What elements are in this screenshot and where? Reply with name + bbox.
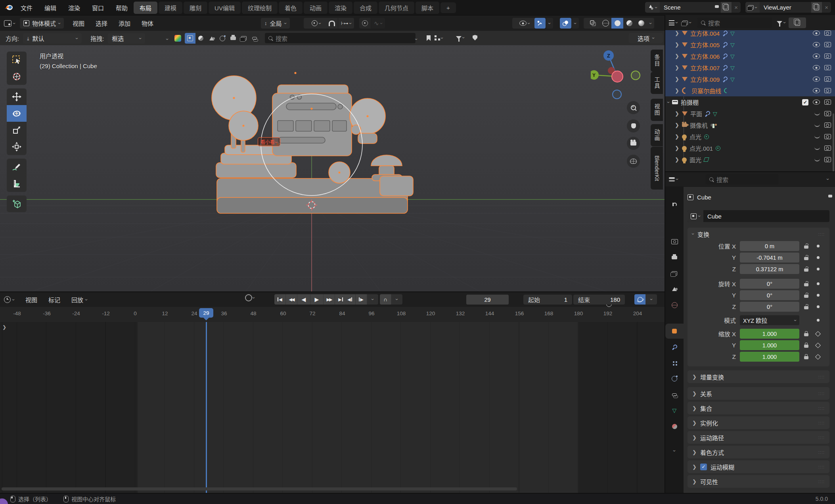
camera-restrict-icon[interactable]: [824, 134, 831, 139]
tab-uv-editing[interactable]: UV编辑: [209, 2, 241, 14]
tab-animation[interactable]: 动画: [304, 2, 327, 14]
menu-help[interactable]: 帮助: [110, 4, 133, 12]
lock-closed-icon[interactable]: [804, 345, 808, 348]
outliner-row-camera[interactable]: ❯ 摄像机: [665, 119, 835, 131]
outliner-search-input[interactable]: 搜索: [697, 17, 772, 28]
outliner-display-mode-dropdown[interactable]: ›: [682, 20, 691, 25]
bookmark-icon[interactable]: [427, 35, 431, 41]
mode-dropdown[interactable]: 物体模式 ›: [20, 18, 64, 29]
sidebar-tab-blenderkit[interactable]: BlenderKit: [651, 147, 663, 190]
outliner-row-pointlight[interactable]: ❯ 点光: [665, 131, 835, 142]
scale-z-field[interactable]: 1.000: [740, 352, 799, 362]
sidebar-tab-animation[interactable]: 动画: [651, 124, 663, 146]
timeline-menu-marker[interactable]: 标记: [43, 295, 66, 304]
scene-name[interactable]: Scene: [660, 4, 706, 11]
transform-tool[interactable]: [7, 138, 27, 155]
chevron-down-icon[interactable]: ›: [414, 38, 419, 40]
location-z-field[interactable]: 0.37122 m: [740, 264, 799, 274]
expand-icon[interactable]: ❯: [675, 65, 679, 70]
expand-icon[interactable]: ❯: [675, 88, 679, 93]
timeline-menu-playback[interactable]: 回放›: [66, 295, 93, 304]
cursor-tool[interactable]: [7, 68, 27, 85]
transform-panel-header[interactable]: › 变换 ::::: [688, 228, 829, 240]
pivot-point-dropdown[interactable]: ›: [304, 18, 328, 29]
motion-paths-panel[interactable]: ❯运动路径::::: [688, 431, 829, 444]
current-frame-field[interactable]: 29: [466, 295, 509, 305]
eye-icon[interactable]: [813, 100, 820, 105]
blender-logo-icon[interactable]: [4, 2, 14, 13]
outliner-row-cube007[interactable]: ❯ 立方体.007 ▽: [665, 62, 835, 73]
eye-icon[interactable]: [813, 31, 820, 36]
eye-closed-icon[interactable]: [814, 135, 820, 138]
tab-compositing[interactable]: 合成: [354, 2, 377, 14]
ortho-toggle-button[interactable]: [627, 155, 640, 168]
menu-render[interactable]: 渲染: [63, 4, 86, 12]
properties-tab-more[interactable]: ›: [665, 443, 684, 458]
filter-button[interactable]: ›: [456, 35, 464, 40]
view-layer-browse-button[interactable]: ›: [745, 2, 760, 13]
timeline-menu-view[interactable]: 视图: [20, 295, 43, 304]
properties-editor-type-button[interactable]: ›: [665, 177, 678, 182]
rotate-tool[interactable]: [7, 105, 27, 122]
outliner-row-cube004[interactable]: ❯ 立方体.004 ▽: [665, 30, 835, 39]
location-x-field[interactable]: 0 m: [740, 241, 799, 251]
zoom-button[interactable]: [627, 101, 640, 114]
properties-tab-object[interactable]: [665, 324, 684, 339]
expand-icon[interactable]: ❯: [675, 31, 679, 36]
properties-tab-world[interactable]: [665, 297, 684, 312]
outliner-row-cube006[interactable]: ❯ 立方体.006 ▽: [665, 50, 835, 62]
lock-open-icon[interactable]: [804, 283, 808, 286]
keying-dropdown[interactable]: ›: [391, 294, 402, 305]
scale-x-field[interactable]: 1.000: [740, 329, 799, 339]
collection-checkbox[interactable]: ✓: [802, 99, 808, 105]
snap-with-dropdown[interactable]: ⊦⊶›: [338, 18, 354, 29]
tab-rendering[interactable]: 渲染: [329, 2, 352, 14]
chevron-down-icon[interactable]: ›: [165, 38, 170, 40]
instancing-panel[interactable]: ❯实例化::::: [688, 416, 829, 429]
eye-icon[interactable]: [813, 65, 820, 70]
orientation-default-dropdown[interactable]: ⤓ 默认 ›: [23, 33, 82, 44]
transform-orientation-dropdown[interactable]: ↕ 全局 ›: [261, 18, 290, 29]
scene-browse-button[interactable]: ›: [645, 2, 660, 13]
properties-tab-particles[interactable]: [665, 355, 684, 370]
properties-tab-render[interactable]: [665, 234, 684, 249]
chevron-down-icon[interactable]: ›: [251, 297, 256, 299]
shading-solid-button[interactable]: [611, 18, 623, 29]
proportional-falloff-dropdown[interactable]: ∿›: [371, 18, 385, 29]
relations-panel[interactable]: ❯关系::::: [688, 387, 829, 400]
eye-closed-icon[interactable]: [814, 146, 820, 150]
camera-view-button[interactable]: [627, 137, 640, 150]
camera-restrict-icon[interactable]: [824, 88, 831, 93]
add-workspace-button[interactable]: +: [440, 2, 456, 13]
eye-icon[interactable]: [813, 88, 820, 93]
playhead-badge[interactable]: 29: [199, 308, 213, 318]
menu-view[interactable]: 视图: [67, 19, 90, 27]
tool-icon-button-5[interactable]: [238, 33, 249, 44]
outliner-row-plane[interactable]: ❯ 平面 ▽: [665, 108, 835, 119]
tool-icon-button-1[interactable]: [195, 33, 206, 44]
viewport-3d[interactable]: 用户透视 (29) Collection | Cube 看小看~: [0, 45, 665, 291]
properties-search-input[interactable]: 搜索: [706, 174, 778, 184]
expand-icon[interactable]: ❯: [675, 134, 679, 139]
frame-start-field[interactable]: 起始 1: [523, 295, 572, 305]
sidebar-tab-item[interactable]: 条目: [651, 50, 663, 72]
drag-mode-dropdown[interactable]: 框选 ›: [108, 33, 145, 44]
menu-file[interactable]: 文件: [15, 4, 38, 12]
tab-geometry-nodes[interactable]: 几何节点: [379, 2, 414, 14]
menu-object[interactable]: 物体: [136, 19, 159, 27]
camera-restrict-icon[interactable]: [824, 54, 831, 59]
panel-drag-handle[interactable]: ::::: [818, 406, 825, 410]
camera-restrict-icon[interactable]: [824, 42, 831, 47]
shield-icon[interactable]: [473, 35, 477, 40]
properties-tab-modifiers[interactable]: [665, 339, 684, 355]
eye-icon[interactable]: [813, 77, 820, 82]
menu-edit[interactable]: 编辑: [39, 4, 62, 12]
show-gizmo-toggle[interactable]: [534, 18, 546, 29]
expand-icon[interactable]: ❯: [675, 42, 679, 47]
measure-tool[interactable]: [7, 175, 27, 192]
options-dropdown[interactable]: 选项 ›: [629, 33, 663, 43]
properties-options-dropdown[interactable]: ›: [825, 178, 830, 180]
menu-window[interactable]: 窗口: [86, 4, 109, 12]
keyframe-diamond-icon[interactable]: [815, 331, 821, 336]
expand-icon[interactable]: ❯: [675, 77, 679, 82]
